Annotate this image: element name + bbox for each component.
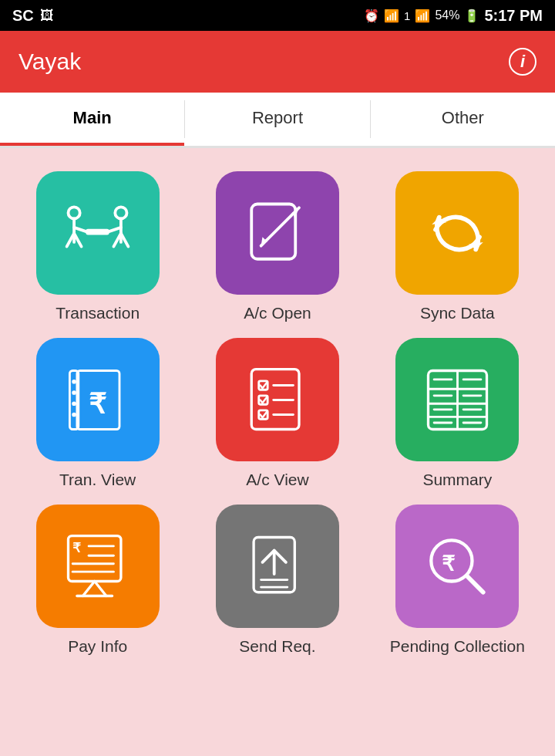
transaction-icon-box [36,171,160,295]
svg-text:₹: ₹ [72,540,81,555]
grid-item-ac-view[interactable]: A/c View [195,338,359,489]
transaction-label: Transaction [56,304,140,322]
svg-point-0 [69,207,80,218]
svg-line-61 [467,575,483,592]
grid-item-pay-info[interactable]: ₹ Pay Info [15,505,180,656]
ac-open-icon-box [216,171,339,295]
tab-report[interactable]: Report [185,93,369,146]
main-grid: Transaction A/c Open [0,148,555,679]
pending-collection-label: Pending Collection [390,637,525,656]
svg-text:₹: ₹ [441,552,455,575]
grid-item-sync-data[interactable]: Sync Data [375,171,540,322]
sync-data-label: Sync Data [420,304,495,322]
svg-point-22 [72,379,76,383]
pay-info-icon-box: ₹ [36,505,160,628]
grid-item-summary[interactable]: Summary [375,338,540,489]
summary-icon-box [395,338,519,461]
status-bar-left: SC 🖼 [12,7,54,25]
grid-item-ac-open[interactable]: A/c Open [195,171,359,322]
svg-line-4 [74,227,87,231]
app-header: Vayak i [0,31,555,93]
grid-item-send-req[interactable]: Send Req. [195,505,359,656]
battery-text: 54% [435,8,459,22]
ac-open-icon [240,197,314,270]
signal-icon: 📶 [415,8,430,23]
ac-view-icon-box [216,338,339,461]
sync-data-icon [421,197,494,270]
svg-point-24 [72,401,76,406]
grid-item-pending-collection[interactable]: ₹ Pending Collection [375,505,540,656]
grid-item-tran-view[interactable]: ₹ Tran. View [15,338,180,489]
pay-info-label: Pay Info [68,637,127,656]
status-time: 5:17 PM [484,7,543,25]
tran-view-label: Tran. View [59,471,136,489]
status-bar: SC 🖼 ⏰ 📶 1 📶 54% 🔋 5:17 PM [0,0,555,31]
send-req-label: Send Req. [239,637,315,656]
tab-other[interactable]: Other [371,93,555,146]
send-req-icon [240,530,314,603]
svg-text:₹: ₹ [89,387,106,419]
info-button[interactable]: i [509,48,536,76]
sync-data-icon-box [395,171,519,295]
svg-line-9 [108,227,121,231]
tran-view-icon: ₹ [61,363,134,437]
svg-point-5 [115,207,126,218]
transaction-icon [61,197,134,270]
ac-view-icon [240,363,314,437]
ac-open-label: A/c Open [244,304,311,322]
tab-bar: Main Report Other [0,93,555,148]
ac-view-label: A/c View [246,471,308,489]
send-req-icon-box [216,505,339,628]
summary-label: Summary [422,471,492,489]
svg-rect-10 [86,228,109,235]
sc-icon: SC [12,7,34,25]
pending-collection-icon: ₹ [421,530,494,603]
svg-line-52 [83,581,95,596]
status-bar-right: ⏰ 📶 1 📶 54% 🔋 5:17 PM [364,7,543,25]
battery-icon: 🔋 [464,8,479,23]
summary-icon [421,363,494,437]
sim-icon: 1 [404,9,410,22]
svg-point-23 [72,390,76,395]
app-title: Vayak [18,49,81,75]
pending-collection-icon-box: ₹ [395,505,519,628]
svg-line-53 [95,581,106,596]
tran-view-icon-box: ₹ [36,338,160,461]
svg-line-12 [267,213,294,240]
wifi-icon: 📶 [384,8,399,23]
alarm-icon: ⏰ [364,8,379,23]
tab-main[interactable]: Main [0,93,184,146]
image-icon: 🖼 [40,8,54,24]
svg-point-25 [72,412,76,417]
grid-item-transaction[interactable]: Transaction [15,171,180,322]
pay-info-icon: ₹ [61,530,134,603]
